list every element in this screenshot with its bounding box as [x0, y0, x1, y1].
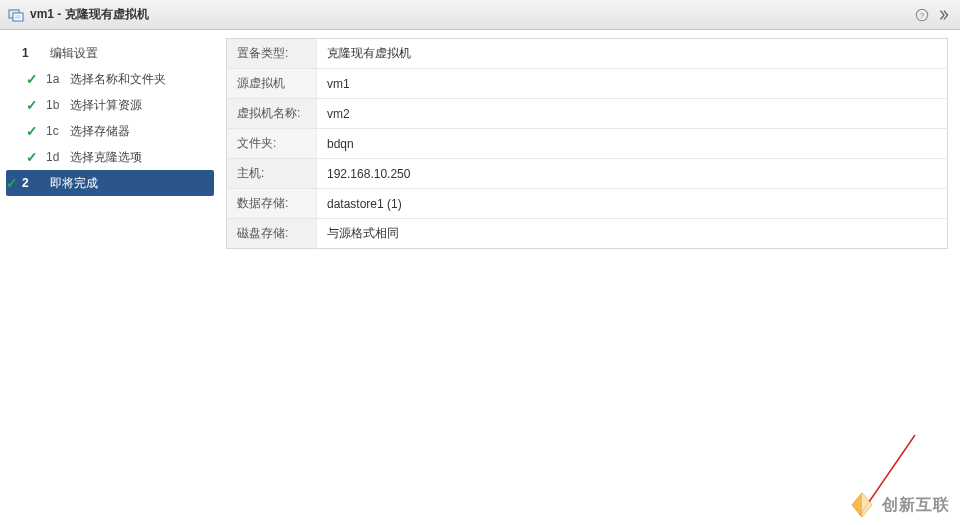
help-icon[interactable]: ?	[914, 7, 930, 23]
row-value: 克隆现有虚拟机	[317, 39, 948, 69]
table-row: 数据存储: datastore1 (1)	[227, 189, 948, 219]
table-row: 文件夹: bdqn	[227, 129, 948, 159]
check-icon: ✓	[26, 71, 42, 87]
summary-table: 置备类型: 克隆现有虚拟机 源虚拟机 vm1 虚拟机名称: vm2 文件夹: b…	[226, 38, 948, 249]
row-value: bdqn	[317, 129, 948, 159]
step-1b-select-compute[interactable]: ✓ 1b 选择计算资源	[0, 92, 220, 118]
step-label: 选择存储器	[70, 123, 130, 140]
step-number: 1b	[42, 98, 70, 112]
step-1d-clone-options[interactable]: ✓ 1d 选择克隆选项	[0, 144, 220, 170]
row-key: 磁盘存储:	[227, 219, 317, 249]
table-row: 置备类型: 克隆现有虚拟机	[227, 39, 948, 69]
content: ✓ 1 编辑设置 ✓ 1a 选择名称和文件夹 ✓ 1b 选择计算资源 ✓ 1c …	[0, 30, 960, 525]
row-value: vm2	[317, 99, 948, 129]
row-value: datastore1 (1)	[317, 189, 948, 219]
watermark-text: 创新互联	[882, 495, 950, 516]
row-value: 192.168.10.250	[317, 159, 948, 189]
summary-panel: 置备类型: 克隆现有虚拟机 源虚拟机 vm1 虚拟机名称: vm2 文件夹: b…	[220, 30, 960, 525]
step-number: 2	[22, 176, 50, 190]
step-number: 1c	[42, 124, 70, 138]
step-label: 编辑设置	[50, 45, 98, 62]
step-1-edit-settings[interactable]: ✓ 1 编辑设置	[0, 40, 220, 66]
check-icon: ✓	[26, 97, 42, 113]
table-row: 主机: 192.168.10.250	[227, 159, 948, 189]
step-1a-select-name[interactable]: ✓ 1a 选择名称和文件夹	[0, 66, 220, 92]
step-label: 选择克隆选项	[70, 149, 142, 166]
svg-rect-2	[15, 15, 21, 19]
step-label: 选择计算资源	[70, 97, 142, 114]
row-key: 数据存储:	[227, 189, 317, 219]
row-value: 与源格式相同	[317, 219, 948, 249]
watermark-logo-icon	[848, 491, 876, 519]
check-icon: ✓	[26, 123, 42, 139]
step-number: 1a	[42, 72, 70, 86]
check-icon: ✓	[26, 149, 42, 165]
wizard-steps: ✓ 1 编辑设置 ✓ 1a 选择名称和文件夹 ✓ 1b 选择计算资源 ✓ 1c …	[0, 30, 220, 525]
row-key: 主机:	[227, 159, 317, 189]
step-2-ready-to-complete[interactable]: ✓ 2 即将完成	[6, 170, 214, 196]
vm-icon	[8, 7, 24, 23]
row-key: 置备类型:	[227, 39, 317, 69]
step-1c-select-storage[interactable]: ✓ 1c 选择存储器	[0, 118, 220, 144]
step-label: 即将完成	[50, 175, 98, 192]
titlebar-actions: ?	[914, 7, 952, 23]
step-number: 1	[22, 46, 50, 60]
row-key: 文件夹:	[227, 129, 317, 159]
expand-icon[interactable]	[936, 7, 952, 23]
step-label: 选择名称和文件夹	[70, 71, 166, 88]
step-number: 1d	[42, 150, 70, 164]
table-row: 源虚拟机 vm1	[227, 69, 948, 99]
window-title: vm1 - 克隆现有虚拟机	[30, 6, 149, 23]
row-value: vm1	[317, 69, 948, 99]
watermark: 创新互联	[848, 491, 950, 519]
titlebar: vm1 - 克隆现有虚拟机 ?	[0, 0, 960, 30]
row-key: 源虚拟机	[227, 69, 317, 99]
table-row: 虚拟机名称: vm2	[227, 99, 948, 129]
check-icon: ✓	[6, 45, 22, 61]
row-key: 虚拟机名称:	[227, 99, 317, 129]
check-icon: ✓	[6, 175, 22, 191]
svg-text:?: ?	[920, 11, 925, 20]
table-row: 磁盘存储: 与源格式相同	[227, 219, 948, 249]
